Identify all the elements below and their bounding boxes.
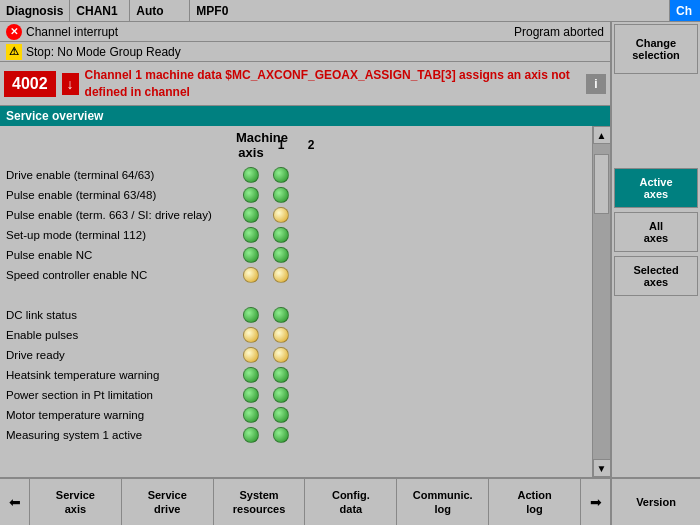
main-container: Diagnosis CHAN1 Auto MPF0 Ch ✕ Channel i… xyxy=(0,0,700,525)
toolbar-btn-5[interactable]: Actionlog xyxy=(489,479,580,525)
scroll-thumb[interactable] xyxy=(594,154,609,214)
indicator-cell xyxy=(266,187,296,203)
error-info-button[interactable]: i xyxy=(586,74,606,94)
indicator-cell xyxy=(236,347,266,363)
row-indicators xyxy=(236,187,296,203)
scroll-down-button[interactable]: ▼ xyxy=(593,459,611,477)
toolbar-btn-line1: Config. xyxy=(332,488,370,502)
toolbar-btn-line1: Service xyxy=(56,488,95,502)
indicator-cell xyxy=(236,187,266,203)
row-indicators xyxy=(236,207,296,223)
row-indicators xyxy=(236,267,296,283)
led-green xyxy=(273,227,289,243)
table-content: Machine axis 1 2 Drive enable (termi xyxy=(0,126,592,477)
indicator-cell xyxy=(266,207,296,223)
scroll-track xyxy=(593,144,610,459)
selected-axes-button[interactable]: Selected axes xyxy=(614,256,698,296)
row-label: Drive ready xyxy=(6,349,236,361)
toolbar-left-arrow[interactable]: ⬅ xyxy=(0,479,30,525)
indicator-cell xyxy=(266,387,296,403)
warning-icon: ⚠ xyxy=(6,44,22,60)
left-panel: ✕ Channel interrupt Program aborted ⚠ St… xyxy=(0,22,610,477)
toolbar-btn-2[interactable]: Systemresources xyxy=(214,479,306,525)
bottom-toolbar: ⬅ ServiceaxisServicedriveSystemresources… xyxy=(0,477,700,525)
chan-cell: CHAN1 xyxy=(70,0,130,21)
diagnosis-cell: Diagnosis xyxy=(0,0,70,21)
table-row: Pulse enable NC xyxy=(6,246,586,264)
ch-label: Ch xyxy=(676,4,692,18)
led-green xyxy=(243,227,259,243)
led-green xyxy=(243,367,259,383)
led-green xyxy=(243,407,259,423)
led-yellow xyxy=(243,347,259,363)
scroll-up-button[interactable]: ▲ xyxy=(593,126,611,144)
indicator-cell xyxy=(266,167,296,183)
toolbar-right-arrow[interactable]: ➡ xyxy=(580,479,610,525)
row-label: Set-up mode (terminal 112) xyxy=(6,229,236,241)
table-area: Machine axis 1 2 Drive enable (termi xyxy=(0,126,610,477)
row-label: Drive enable (terminal 64/63) xyxy=(6,169,236,181)
change-selection-button[interactable]: Change selection xyxy=(614,24,698,74)
row-indicators xyxy=(236,407,296,423)
header-bar: Diagnosis CHAN1 Auto MPF0 Ch xyxy=(0,0,700,22)
toolbar-btn-line1: Service xyxy=(148,488,187,502)
indicator-cell xyxy=(266,247,296,263)
spacer-row xyxy=(6,286,586,304)
indicator-cell xyxy=(266,267,296,283)
active-axes-button[interactable]: Active axes xyxy=(614,168,698,208)
col-header-1: 1 xyxy=(266,138,296,152)
toolbar-btn-line1: Communic. xyxy=(413,488,473,502)
led-green xyxy=(273,247,289,263)
indicator-cell xyxy=(236,167,266,183)
right-sidebar: Change selection Active axes All axes Se… xyxy=(610,22,700,477)
indicator-cell xyxy=(236,207,266,223)
row-indicators xyxy=(236,367,296,383)
row-label: Speed controller enable NC xyxy=(6,269,236,281)
row-label: Pulse enable (terminal 63/48) xyxy=(6,189,236,201)
table-row: Motor temperature warning xyxy=(6,406,586,424)
led-green xyxy=(273,407,289,423)
table-row: Enable pulses xyxy=(6,326,586,344)
led-green xyxy=(273,367,289,383)
led-green xyxy=(243,167,259,183)
auto-cell: Auto xyxy=(130,0,190,21)
version-button[interactable]: Version xyxy=(610,479,700,525)
table-row: Pulse enable (terminal 63/48) xyxy=(6,186,586,204)
toolbar-btn-line2: data xyxy=(340,502,363,516)
all-axes-button[interactable]: All axes xyxy=(614,212,698,252)
led-green xyxy=(243,187,259,203)
table-row: Set-up mode (terminal 112) xyxy=(6,226,586,244)
toolbar-btn-1[interactable]: Servicedrive xyxy=(122,479,214,525)
led-green xyxy=(273,187,289,203)
row-label: Pulse enable (term. 663 / SI: drive rela… xyxy=(6,209,236,221)
row-indicators xyxy=(236,307,296,323)
indicator-cell xyxy=(236,327,266,343)
content-area: ✕ Channel interrupt Program aborted ⚠ St… xyxy=(0,22,700,477)
no-mode-group-text: Stop: No Mode Group Ready xyxy=(26,45,181,59)
row-indicators xyxy=(236,387,296,403)
led-green xyxy=(273,167,289,183)
toolbar-btn-0[interactable]: Serviceaxis xyxy=(30,479,122,525)
scrollbar[interactable]: ▲ ▼ xyxy=(592,126,610,477)
ch-button[interactable]: Ch xyxy=(670,0,700,21)
toolbar-btn-4[interactable]: Communic.log xyxy=(397,479,489,525)
row-indicators xyxy=(236,167,296,183)
led-green xyxy=(243,247,259,263)
indicator-cell xyxy=(236,387,266,403)
led-yellow xyxy=(273,347,289,363)
indicator-cell xyxy=(266,227,296,243)
table-header-row: Machine axis 1 2 xyxy=(6,130,586,160)
error-bar: 4002 ↓ Channel 1 machine data $MC_AXCONF… xyxy=(0,62,610,106)
indicator-cell xyxy=(236,227,266,243)
program-aborted-text: Program aborted xyxy=(514,25,604,39)
indicator-cell xyxy=(236,247,266,263)
indicator-cell xyxy=(266,407,296,423)
alert-row-1: ✕ Channel interrupt Program aborted xyxy=(0,22,610,42)
indicator-cell xyxy=(266,307,296,323)
toolbar-btn-line2: resources xyxy=(233,502,286,516)
table-row: Measuring system 1 active xyxy=(6,426,586,444)
row-indicators xyxy=(236,327,296,343)
auto-label: Auto xyxy=(136,4,163,18)
row-label: Power section in Pt limitation xyxy=(6,389,236,401)
toolbar-btn-3[interactable]: Config.data xyxy=(305,479,397,525)
